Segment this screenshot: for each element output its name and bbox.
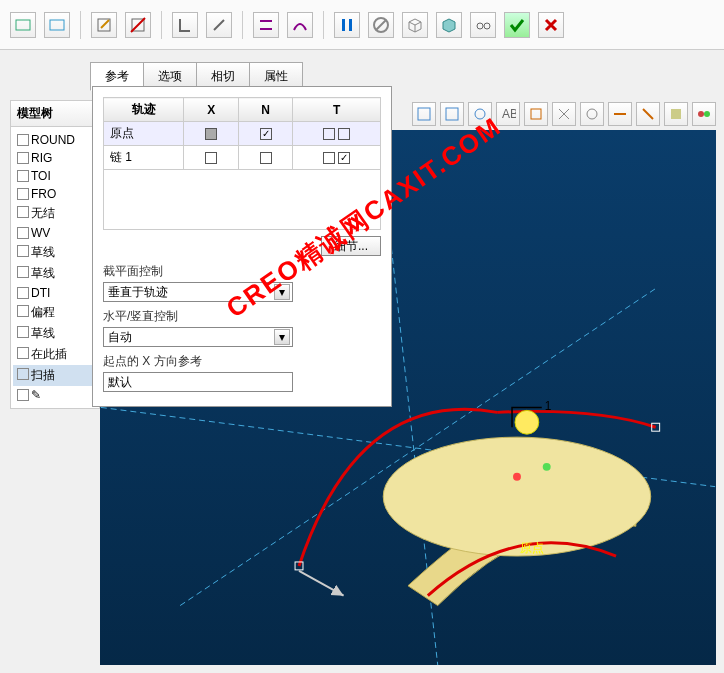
view-btn-4[interactable]: AB [496,102,520,126]
main-toolbar [0,0,724,50]
tool-cube2-icon[interactable] [436,12,462,38]
xref-field[interactable]: 默认 [103,372,293,392]
tool-slash-icon[interactable] [206,12,232,38]
field-value: 默认 [108,374,132,391]
tool-slash-rect-icon[interactable] [125,12,151,38]
tree-item[interactable]: DTI [13,284,97,302]
tree-item[interactable]: FRO [13,185,97,203]
checkbox-x[interactable] [205,128,217,140]
tool-rect-icon[interactable] [10,12,36,38]
view-btn-10[interactable] [664,102,688,126]
model-tree: ROUND RIG TOI FRO 无结 WV 草线 草线 DTI 偏程 草线 … [11,127,99,408]
view-btn-6[interactable] [552,102,576,126]
view-btn-5[interactable] [524,102,548,126]
view-btn-9[interactable] [636,102,660,126]
svg-point-24 [515,410,539,434]
hv-control-combo[interactable]: 自动 ▾ [103,327,293,347]
tree-item[interactable]: 草线 [13,323,97,344]
model-tree-panel: 模型树 ROUND RIG TOI FRO 无结 WV 草线 草线 DTI 偏程… [10,100,100,409]
tree-item[interactable]: 草线 [13,242,97,263]
col-n: N [238,98,292,122]
tree-item[interactable]: RIG [13,149,97,167]
tool-rect2-icon[interactable] [44,12,70,38]
table-row[interactable]: 原点 [104,122,381,146]
tool-check-icon[interactable] [504,12,530,38]
checkbox-t2[interactable] [338,128,350,140]
reference-panel: 轨迹 X N T 原点 链 1 细节... 截平面控制 垂直于轨迹 ▾ 水平/竖… [92,86,392,407]
svg-rect-15 [671,109,681,119]
tool-bracket-icon[interactable] [172,12,198,38]
tree-item[interactable]: ✎ [13,386,97,404]
svg-rect-5 [349,19,352,31]
tool-cube1-icon[interactable] [402,12,428,38]
svg-rect-9 [418,108,430,120]
handle-label: 1 [545,399,552,413]
traj-name: 原点 [104,122,184,146]
view-btn-2[interactable] [440,102,464,126]
section-control-combo[interactable]: 垂直于轨迹 ▾ [103,282,293,302]
xref-label: 起点的 X 方向参考 [103,353,381,370]
model-tree-header: 模型树 [11,101,99,127]
tree-item[interactable]: ROUND [13,131,97,149]
tool-curve-icon[interactable] [287,12,313,38]
tool-close-icon[interactable] [538,12,564,38]
view-toolbar: AB [412,102,716,126]
col-x: X [184,98,238,122]
col-traj: 轨迹 [104,98,184,122]
tool-edit-icon[interactable] [91,12,117,38]
tool-forbid-icon[interactable] [368,12,394,38]
view-btn-1[interactable] [412,102,436,126]
checkbox-t2[interactable] [338,152,350,164]
tree-item-sweep[interactable]: 扫描 [13,365,97,386]
tree-item[interactable]: TOI [13,167,97,185]
svg-point-17 [704,111,710,117]
svg-rect-0 [16,20,30,30]
svg-point-11 [475,109,485,119]
separator [323,11,324,39]
combo-value: 垂直于轨迹 [108,284,168,301]
svg-rect-1 [50,20,64,30]
view-btn-3[interactable] [468,102,492,126]
origin-label: 原点 [520,540,544,557]
checkbox-t1[interactable] [323,128,335,140]
tool-pause-icon[interactable] [334,12,360,38]
section-control-label: 截平面控制 [103,263,381,280]
svg-point-16 [698,111,704,117]
checkbox-n[interactable] [260,152,272,164]
separator [242,11,243,39]
traj-name: 链 1 [104,146,184,170]
svg-point-14 [587,109,597,119]
svg-point-26 [543,463,551,471]
tree-item[interactable]: 无结 [13,203,97,224]
trajectory-table: 轨迹 X N T 原点 链 1 [103,97,381,230]
tree-item[interactable]: 在此插 [13,344,97,365]
checkbox-x[interactable] [205,152,217,164]
tool-glasses-icon[interactable] [470,12,496,38]
col-t: T [293,98,381,122]
hv-control-label: 水平/竖直控制 [103,308,381,325]
tree-item[interactable]: WV [13,224,97,242]
checkbox-n[interactable] [260,128,272,140]
svg-rect-13 [531,109,541,119]
svg-point-8 [484,23,490,29]
svg-point-25 [513,473,521,481]
chevron-down-icon: ▾ [274,284,290,300]
view-btn-7[interactable] [580,102,604,126]
view-btn-8[interactable] [608,102,632,126]
separator [161,11,162,39]
tool-line-icon[interactable] [253,12,279,38]
tree-item[interactable]: 草线 [13,263,97,284]
table-row[interactable]: 链 1 [104,146,381,170]
svg-rect-4 [342,19,345,31]
svg-point-21 [383,437,651,556]
checkbox-t1[interactable] [323,152,335,164]
svg-text:AB: AB [502,107,516,121]
tree-item[interactable]: 偏程 [13,302,97,323]
combo-value: 自动 [108,329,132,346]
svg-point-7 [477,23,483,29]
chevron-down-icon: ▾ [274,329,290,345]
view-btn-11[interactable] [692,102,716,126]
details-button[interactable]: 细节... [321,236,381,256]
separator [80,11,81,39]
svg-rect-10 [446,108,458,120]
